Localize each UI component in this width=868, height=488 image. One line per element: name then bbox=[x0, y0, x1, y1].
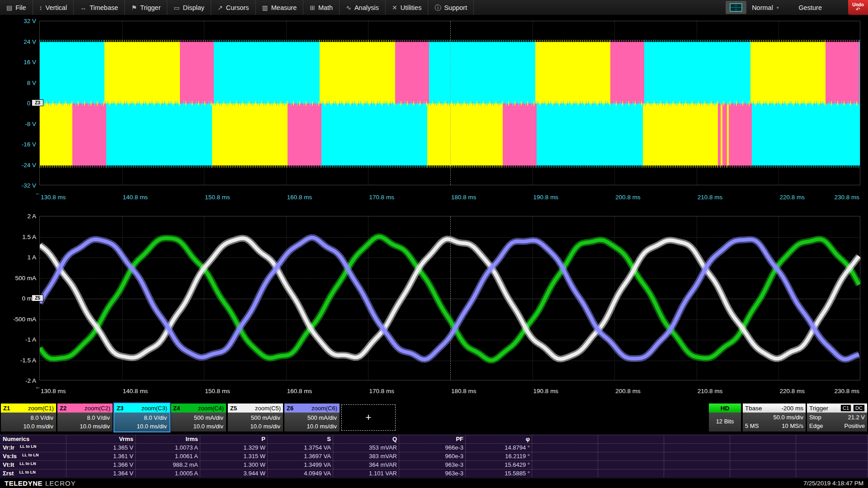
x-axis-label: 130.8 ms bbox=[41, 388, 66, 394]
menu-item-support[interactable]: ⓘSupport bbox=[428, 0, 474, 15]
voltage-grid[interactable] bbox=[39, 21, 860, 185]
file-icon: ▤ bbox=[6, 5, 12, 11]
y-axis-label: -2 A bbox=[0, 377, 36, 384]
timebase-box[interactable]: Tbase -200 ms 50.0 ms/div 5 MS 10 MS/s bbox=[743, 404, 806, 432]
numerics-value bbox=[664, 461, 730, 469]
trigger-icon: ⚑ bbox=[131, 5, 137, 11]
noise-edge bbox=[40, 165, 72, 168]
menu-item-measure[interactable]: ▥Measure bbox=[256, 0, 304, 15]
hd-mode-box[interactable]: HD 12 Bits bbox=[709, 404, 741, 432]
menu-item-math[interactable]: ⊞Math bbox=[303, 0, 340, 15]
numerics-value bbox=[796, 444, 868, 452]
menu-item-trigger[interactable]: ⚑Trigger bbox=[125, 0, 167, 15]
descriptor-Z1[interactable]: Z1zoom(C1)8.0 V/div10.0 ms/div bbox=[1, 404, 56, 432]
descriptor-header: Z2zoom(C2) bbox=[57, 404, 113, 413]
menu-item-label: Utilities bbox=[401, 4, 422, 11]
y-axis-label: -8 V bbox=[0, 120, 36, 127]
descriptor-settings: 8.0 V/div10.0 ms/div bbox=[57, 413, 113, 432]
numerics-row-label: ΣrstLL to LN bbox=[0, 469, 66, 478]
noise-edge bbox=[427, 165, 503, 168]
noise-edge bbox=[212, 165, 288, 168]
menu-item-display[interactable]: ▭Display bbox=[167, 0, 211, 15]
numerics-title: Numerics bbox=[0, 435, 66, 444]
zoom-marker-Z5: Z5 bbox=[32, 295, 43, 301]
numerics-value bbox=[730, 469, 796, 478]
menu-item-vertical[interactable]: ↕Vertical bbox=[33, 0, 74, 15]
hd-bits: 12 Bits bbox=[709, 413, 741, 432]
descriptor-Z3[interactable]: Z3zoom(C3)8.0 V/div10.0 ms/div bbox=[114, 404, 170, 432]
numerics-value: 966e-3 bbox=[399, 444, 466, 452]
numerics-value bbox=[532, 461, 598, 469]
descriptor-Z6[interactable]: Z6zoom(C6)500 mA/div10.0 ms/div bbox=[284, 404, 340, 432]
wiring-config-label: LL to LN bbox=[22, 453, 38, 457]
trace-segment bbox=[644, 42, 750, 104]
numerics-value bbox=[532, 452, 598, 461]
numerics-value: 1.3499 VA bbox=[268, 461, 333, 469]
numerics-value bbox=[598, 452, 664, 461]
current-grid[interactable] bbox=[39, 216, 860, 380]
numerics-value: 1.361 V bbox=[66, 452, 136, 461]
descriptor-settings: 500 mA/div10.0 ms/div bbox=[284, 413, 340, 432]
descriptor-header: Z6zoom(C6) bbox=[284, 404, 340, 413]
noise-edge bbox=[859, 40, 860, 42]
gesture-button[interactable]: Gesture bbox=[798, 4, 822, 11]
noise-edge bbox=[643, 165, 718, 168]
y-axis-label: 2 A bbox=[0, 213, 36, 220]
numerics-value: 15.6429 ° bbox=[466, 461, 532, 469]
display-mode-selector[interactable]: Normal ▾ bbox=[752, 4, 778, 11]
trace-segment bbox=[610, 42, 644, 104]
math-icon: ⊞ bbox=[310, 5, 315, 11]
trace-segment bbox=[104, 42, 180, 104]
menu-item-cursors[interactable]: ↗Cursors bbox=[211, 0, 256, 15]
descriptor-header: Z3zoom(C3) bbox=[114, 404, 170, 413]
menu-item-file[interactable]: ▤File bbox=[0, 0, 33, 15]
x-axis-label: 230.8 ms bbox=[824, 388, 859, 394]
descriptor-Z5[interactable]: Z5zoom(C5)500 mA/div10.0 ms/div bbox=[228, 404, 283, 432]
descriptor-settings: 8.0 V/div10.0 ms/div bbox=[1, 413, 56, 432]
undo-button[interactable]: Undo ↶ bbox=[848, 0, 868, 15]
numerics-column-header bbox=[598, 435, 664, 444]
y-axis-label: -1.5 A bbox=[0, 357, 36, 363]
y-axis-label: 0 mA bbox=[0, 295, 36, 302]
x-axis-label: 210.8 ms bbox=[698, 194, 723, 201]
descriptor-header: Z5zoom(C5) bbox=[228, 404, 283, 413]
support-icon: ⓘ bbox=[434, 5, 441, 11]
vertical-scale: 8.0 V/div bbox=[114, 413, 167, 422]
noise-edge bbox=[395, 40, 429, 42]
display-grid-button[interactable] bbox=[726, 1, 746, 14]
numerics-value: 353 mVAR bbox=[333, 444, 399, 452]
descriptor-settings: 500 mA/div10.0 ms/div bbox=[171, 413, 226, 432]
menu-item-timebase[interactable]: ↔Timebase bbox=[74, 0, 125, 15]
add-trace-button[interactable]: + bbox=[341, 404, 396, 431]
x-axis-label: 170.8 ms bbox=[369, 194, 394, 201]
x-axis-label: 200.8 ms bbox=[615, 388, 641, 394]
trace-segment bbox=[722, 103, 726, 165]
numerics-row-label: Vs:IsLL to LN bbox=[0, 452, 66, 461]
x-axis-label: 160.8 ms bbox=[287, 194, 312, 201]
grid-mode-icon bbox=[730, 3, 742, 12]
trace-source: zoom(C4) bbox=[198, 405, 224, 412]
menu-item-label: Vertical bbox=[46, 4, 67, 11]
descriptor-Z4[interactable]: Z4zoom(C4)500 mA/div10.0 ms/div bbox=[171, 404, 226, 432]
trace-segment bbox=[214, 42, 320, 104]
utilities-icon: ✕ bbox=[392, 5, 397, 11]
menu-item-utilities[interactable]: ✕Utilities bbox=[386, 0, 428, 15]
scroll-left-arrow[interactable]: ← bbox=[35, 190, 41, 196]
numerics-value bbox=[664, 452, 730, 461]
menu-item-label: File bbox=[15, 4, 26, 11]
measure-icon: ▥ bbox=[262, 5, 268, 11]
descriptor-Z2[interactable]: Z2zoom(C2)8.0 V/div10.0 ms/div bbox=[57, 404, 113, 432]
trace-segment bbox=[537, 103, 643, 165]
numerics-value: 16.2119 ° bbox=[466, 452, 532, 461]
numerics-value bbox=[796, 469, 868, 478]
numerics-value: 1.365 V bbox=[66, 444, 136, 452]
x-axis-label: 200.8 ms bbox=[615, 194, 641, 201]
noise-edge bbox=[321, 165, 428, 168]
numerics-value: 1.0073 A bbox=[136, 444, 200, 452]
zero-line-noise bbox=[40, 101, 860, 106]
scroll-left-arrow[interactable]: ← bbox=[35, 384, 41, 390]
trigger-box[interactable]: Trigger C1 DC Stop 21.2 V Edge Positive bbox=[807, 404, 867, 432]
numerics-value bbox=[598, 469, 664, 478]
menu-item-label: Display bbox=[183, 4, 205, 11]
menu-item-analysis[interactable]: ∿Analysis bbox=[340, 0, 386, 15]
